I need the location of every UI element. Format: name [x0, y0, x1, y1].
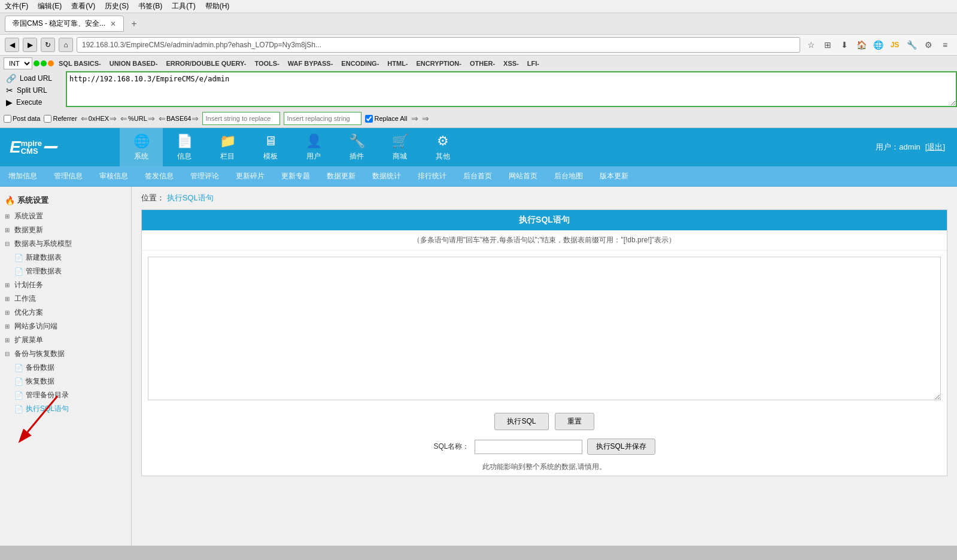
sql-basics-menu[interactable]: SQL BASICS- — [55, 59, 105, 68]
execute-button[interactable]: ▶ Execute — [2, 96, 63, 108]
forward-button[interactable]: ▶ — [23, 38, 37, 52]
nav-shop[interactable]: 🛒 商城 — [378, 128, 421, 166]
nav-column[interactable]: 📁 栏目 — [206, 128, 249, 166]
refresh-button[interactable]: ↻ — [41, 38, 55, 52]
html-menu[interactable]: HTML- — [384, 59, 411, 68]
tools-menu[interactable]: TOOLS- — [251, 59, 282, 68]
referrer-checkbox[interactable] — [44, 115, 51, 123]
nav-user[interactable]: 👤 用户 — [292, 128, 335, 166]
submenu-add-info[interactable]: 增加信息 — [0, 166, 45, 186]
browser-tab[interactable]: 帝国CMS - 稳定可靠、安全... ✕ — [5, 16, 124, 32]
js-icon[interactable]: JS — [888, 38, 902, 52]
other-menu[interactable]: OTHER- — [466, 59, 499, 68]
submenu-data-stats[interactable]: 数据统计 — [364, 166, 409, 186]
menu-edit[interactable]: 编辑(E) — [38, 1, 62, 11]
menu-icon[interactable]: ≡ — [938, 38, 952, 52]
menu-file[interactable]: 文件(F) — [5, 1, 28, 11]
sidebar-item-data-update[interactable]: ⊞ 数据更新 — [0, 223, 131, 237]
waf-bypass-menu[interactable]: WAF BYPASS- — [284, 59, 337, 68]
load-url-button[interactable]: 🔗 Load URL — [2, 72, 63, 84]
sidebar-item-backup-restore[interactable]: ⊟ 备份与恢复数据 — [0, 347, 131, 361]
submenu-review-info[interactable]: 审核信息 — [91, 166, 136, 186]
sidebar-item-system-settings[interactable]: ⊞ 系统设置 — [0, 209, 131, 223]
post-data-checkbox-label[interactable]: Post data — [4, 115, 40, 123]
extension-icon[interactable]: 🔧 — [904, 38, 919, 52]
back-button[interactable]: ◀ — [5, 38, 19, 52]
menu-history[interactable]: 历史(S) — [105, 1, 129, 11]
sql-textarea[interactable] — [148, 257, 941, 400]
menu-bookmarks[interactable]: 书签(B) — [138, 1, 162, 11]
settings-icon[interactable]: ⚙ — [921, 38, 935, 52]
encryption-menu[interactable]: ENCRYPTION- — [413, 59, 465, 68]
xss-menu[interactable]: XSS- — [500, 59, 522, 68]
sidebar-item-manage-backup[interactable]: 📄 管理备份目录 — [10, 388, 131, 402]
bookmark-icon[interactable]: ⊞ — [821, 38, 835, 52]
sidebar-item-multi-access[interactable]: ⊞ 网站多访问端 — [0, 319, 131, 333]
encoding-menu[interactable]: ENCODING- — [338, 59, 382, 68]
replacing-string-input[interactable] — [284, 112, 361, 125]
home-button[interactable]: ⌂ — [59, 38, 73, 52]
sql-name-row: SQL名称： 执行SQL并保存 — [142, 435, 947, 458]
globe-icon[interactable]: 🌐 — [871, 38, 885, 52]
download-icon[interactable]: ⬇ — [837, 38, 852, 52]
submenu-data-update[interactable]: 数据更新 — [318, 166, 364, 186]
nav-template[interactable]: 🖥 模板 — [249, 128, 292, 166]
replace-all-checkbox[interactable] — [365, 115, 373, 123]
base64-encode-btn[interactable]: ⇐ BASE64 ⇒ — [159, 114, 199, 123]
submenu-site-home[interactable]: 网站首页 — [500, 166, 546, 186]
submenu-update-snippet[interactable]: 更新碎片 — [227, 166, 273, 186]
union-based-menu[interactable]: UNION BASED- — [106, 59, 162, 68]
referrer-checkbox-label[interactable]: Referrer — [44, 115, 77, 123]
user-icon: 👤 — [304, 133, 323, 149]
submenu-manage-comment[interactable]: 管理评论 — [182, 166, 227, 186]
hex-encode-btn[interactable]: ⇐ 0xHEX ⇒ — [81, 114, 117, 123]
breadcrumb-link[interactable]: 执行SQL语句 — [167, 193, 214, 202]
reset-button[interactable]: 重置 — [555, 413, 594, 430]
house-icon[interactable]: 🏠 — [854, 38, 868, 52]
sidebar-item-plan-task[interactable]: ⊞ 计划任务 — [0, 278, 131, 292]
sql-panel-header: 执行SQL语句 — [142, 210, 947, 230]
address-input[interactable]: 192.168.10.3/EmpireCMS/e/admin/admin.php… — [77, 37, 800, 53]
sidebar-item-exec-sql[interactable]: 📄 执行SQL语句 — [10, 402, 131, 416]
nav-info[interactable]: 📄 信息 — [163, 128, 206, 166]
sidebar-item-data-table-model[interactable]: ⊟ 数据表与系统模型 — [0, 237, 131, 251]
sidebar-item-extend-list[interactable]: ⊞ 扩展菜单 — [0, 333, 131, 347]
split-url-button[interactable]: ✂ Split URL — [2, 84, 63, 96]
nav-plugin[interactable]: 🔧 插件 — [335, 128, 378, 166]
post-data-checkbox[interactable] — [4, 115, 11, 123]
exec-sql-button[interactable]: 执行SQL — [494, 413, 548, 430]
submenu-admin-map[interactable]: 后台地图 — [546, 166, 591, 186]
error-double-query-menu[interactable]: ERROR/DOUBLE QUERY- — [162, 59, 250, 68]
sidebar-item-restore-data[interactable]: 📄 恢复数据 — [10, 375, 131, 388]
submenu-publish-info[interactable]: 签发信息 — [136, 166, 182, 186]
sql-save-button[interactable]: 执行SQL并保存 — [587, 439, 655, 455]
submenu-version-update[interactable]: 版本更新 — [591, 166, 637, 186]
replace-all-checkbox-label[interactable]: Replace All — [365, 115, 407, 123]
sidebar-item-manage-table[interactable]: 📄 管理数据表 — [10, 264, 131, 278]
menu-tools[interactable]: 工具(T) — [172, 1, 195, 11]
menu-view[interactable]: 查看(V) — [71, 1, 95, 11]
tab-close-icon[interactable]: ✕ — [110, 20, 116, 28]
sidebar-item-optimize[interactable]: ⊞ 优化方案 — [0, 306, 131, 319]
int-select[interactable]: INT — [4, 57, 32, 69]
sidebar-item-backup-data[interactable]: 📄 备份数据 — [10, 361, 131, 375]
sidebar-item-workflow[interactable]: ⊞ 工作流 — [0, 292, 131, 306]
sql-name-input[interactable] — [475, 440, 582, 454]
star-icon[interactable]: ☆ — [804, 38, 818, 52]
submenu-rank-stats[interactable]: 排行统计 — [409, 166, 455, 186]
new-tab-button[interactable]: + — [126, 19, 141, 29]
submenu-manage-info[interactable]: 管理信息 — [45, 166, 91, 186]
sidebar-item-new-table[interactable]: 📄 新建数据表 — [10, 251, 131, 264]
sidebar-item-label: 恢复数据 — [26, 376, 54, 386]
submenu-admin-home[interactable]: 后台首页 — [455, 166, 500, 186]
submenu-update-topic[interactable]: 更新专题 — [273, 166, 318, 186]
nav-system[interactable]: 🌐 系统 — [120, 128, 163, 166]
lfi-menu[interactable]: LFI- — [524, 59, 543, 68]
hackbar-url-input[interactable]: http://192.168.10.3/EmpireCMS/e/admin — [66, 71, 957, 107]
nav-other[interactable]: ⚙ 其他 — [421, 128, 464, 166]
menu-help[interactable]: 帮助(H) — [205, 1, 230, 11]
replace-string-input[interactable] — [202, 112, 280, 125]
main-layout: 🔥 系统设置 ⊞ 系统设置 ⊞ 数据更新 ⊟ 数据表与系统模型 📄 新建数据表 … — [0, 187, 957, 546]
url-encode-btn[interactable]: ⇐ %URL ⇒ — [120, 114, 155, 123]
cms-logout-button[interactable]: [退出] — [925, 142, 945, 153]
